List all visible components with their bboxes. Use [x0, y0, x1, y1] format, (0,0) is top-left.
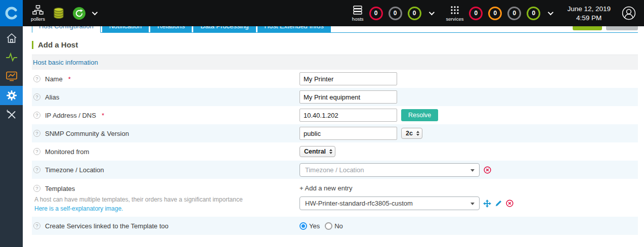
chart-icon [6, 71, 17, 81]
current-time: 4:59 PM [576, 14, 602, 22]
refresh-circle-icon [72, 7, 86, 20]
form-row-ip: ? IP Address / DNS * Resolve [32, 106, 638, 124]
hosts-down-counter[interactable]: 0 [369, 7, 383, 20]
pollers-icon [32, 5, 44, 15]
help-icon[interactable]: ? [33, 222, 40, 229]
timezone-select[interactable]: Timezone / Location [299, 163, 480, 177]
hosts-menu[interactable]: hosts [352, 5, 364, 22]
top-header: pollers hosts 0 0 0 [0, 0, 644, 26]
hosts-chevron-down-icon[interactable] [428, 10, 434, 15]
form-row-snmp: ? SNMP Community & Version 2c [32, 124, 638, 142]
centreon-logo[interactable] [0, 0, 23, 26]
alias-input[interactable] [299, 90, 397, 104]
help-icon[interactable]: ? [33, 148, 40, 155]
restart-engine-button[interactable] [72, 7, 86, 20]
alias-label: Alias [45, 93, 59, 101]
pollers-menu[interactable]: pollers [31, 5, 45, 22]
create-services-yes-radio[interactable]: Yes [299, 222, 320, 230]
help-icon[interactable]: ? [33, 166, 40, 173]
form-row-name: ? Name * [32, 70, 638, 88]
pencil-icon [495, 200, 502, 207]
home-icon [6, 33, 17, 43]
services-icon [450, 5, 460, 15]
template-value: HW-Printer-standard-rfc3805-custom [305, 200, 413, 207]
select-stepper-icon [329, 149, 332, 154]
create-services-no-radio[interactable]: No [325, 222, 343, 230]
dropdown-arrow-icon [470, 203, 475, 205]
help-icon[interactable]: ? [33, 93, 40, 101]
timezone-label: Timezone / Location [45, 166, 104, 174]
sidebar-item-monitoring[interactable] [0, 47, 23, 67]
title-accent-bar [32, 41, 33, 49]
name-input[interactable] [299, 72, 397, 85]
template-delete-button[interactable] [506, 200, 513, 207]
help-icon[interactable]: ? [33, 75, 40, 82]
main-content: Configuration > Hosts Host Configuration… [23, 0, 644, 235]
monitored-from-select[interactable]: Central [299, 146, 335, 157]
services-critical-counter[interactable]: 0 [469, 7, 483, 20]
snmp-version-select[interactable]: 2c [401, 128, 422, 139]
services-ok-counter[interactable]: 0 [527, 7, 540, 20]
database-icon [53, 7, 64, 20]
clock: June 12, 2019 4:59 PM [567, 5, 611, 22]
page-title-text: Add a Host [38, 40, 78, 49]
templates-help-link[interactable]: Here is a self-explanatory image. [34, 205, 123, 213]
ip-input[interactable] [299, 109, 397, 122]
monitored-from-value: Central [304, 148, 326, 155]
form-row-templates: ? Templates A host can have multiple tem… [32, 179, 638, 217]
template-move-handle[interactable] [483, 200, 491, 208]
form-row-alias: ? Alias [32, 88, 638, 106]
select-stepper-icon [416, 131, 419, 136]
page-title: Add a Host [32, 40, 638, 49]
create-services-label: Create Services linked to the Template t… [45, 222, 168, 230]
sidebar-item-administration[interactable] [0, 105, 23, 124]
templates-label: Templates [45, 185, 75, 192]
hosts-status-group: hosts 0 0 0 [352, 5, 433, 22]
hosts-unreachable-counter[interactable]: 0 [389, 7, 402, 20]
radio-unselected-icon [325, 222, 332, 230]
clear-circle-icon [484, 166, 491, 174]
timezone-clear-button[interactable] [484, 166, 491, 174]
services-warning-counter[interactable]: 0 [488, 7, 502, 20]
current-date: June 12, 2019 [567, 5, 611, 13]
move-icon [483, 200, 491, 208]
dropdown-arrow-icon [470, 169, 475, 172]
services-chevron-down-icon[interactable] [548, 10, 553, 15]
create-services-radio-group: Yes No [299, 222, 343, 230]
services-status-group: services 0 0 0 0 [446, 5, 552, 22]
heartbeat-icon [6, 52, 18, 62]
gear-icon [6, 90, 17, 101]
timezone-placeholder: Timezone / Location [305, 166, 364, 174]
yes-label: Yes [309, 222, 320, 230]
resolve-button[interactable]: Resolve [401, 109, 438, 121]
user-profile-button[interactable] [622, 6, 636, 20]
form-row-create-services: ? Create Services linked to the Template… [32, 217, 638, 235]
services-unknown-counter[interactable]: 0 [507, 7, 521, 20]
name-label: Name [45, 75, 63, 83]
form-row-monitored-from: ? Monitored from Central [32, 142, 638, 161]
help-icon[interactable]: ? [33, 112, 40, 119]
hosts-up-counter[interactable]: 0 [408, 7, 421, 20]
help-icon[interactable]: ? [33, 130, 40, 137]
no-label: No [334, 222, 343, 230]
add-template-entry-link[interactable]: + Add a new entry [299, 182, 352, 194]
help-icon[interactable]: ? [33, 185, 40, 192]
export-configuration-button[interactable] [53, 7, 64, 20]
snmp-label: SNMP Community & Version [45, 130, 129, 137]
services-menu[interactable]: services [446, 5, 464, 22]
clear-circle-icon [506, 200, 513, 207]
sidebar-item-home[interactable] [0, 28, 23, 47]
templates-help-text: A host can have multiple templates, thei… [34, 196, 243, 204]
poller-chevron-down-icon[interactable] [92, 10, 98, 15]
sidebar-item-reporting[interactable] [0, 67, 23, 86]
snmp-community-input[interactable] [299, 127, 397, 140]
template-select[interactable]: HW-Printer-standard-rfc3805-custom [299, 196, 480, 210]
services-label: services [446, 16, 464, 22]
pollers-label: pollers [31, 16, 45, 22]
template-edit-button[interactable] [495, 200, 502, 207]
hosts-icon [353, 5, 363, 15]
snmp-version-value: 2c [406, 130, 413, 137]
sidebar-item-configuration[interactable] [0, 86, 23, 105]
user-icon [622, 6, 636, 20]
centreon-logo-icon [5, 7, 18, 20]
